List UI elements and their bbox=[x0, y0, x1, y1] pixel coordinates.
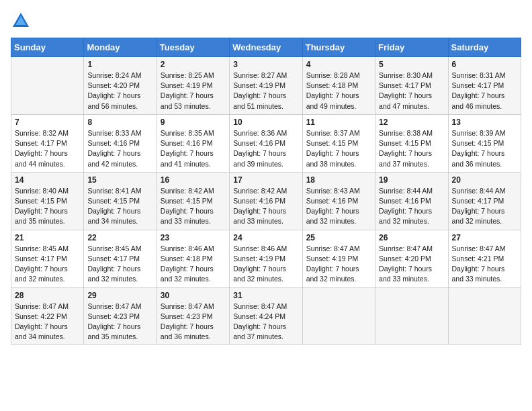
calendar-cell: 18Sunrise: 8:43 AM Sunset: 4:16 PM Dayli… bbox=[302, 172, 375, 230]
week-row-4: 21Sunrise: 8:45 AM Sunset: 4:17 PM Dayli… bbox=[11, 230, 521, 287]
day-number: 13 bbox=[452, 118, 517, 127]
column-header-friday: Friday bbox=[375, 38, 448, 57]
week-row-3: 14Sunrise: 8:40 AM Sunset: 4:15 PM Dayli… bbox=[11, 172, 521, 230]
day-number: 2 bbox=[161, 60, 226, 69]
column-header-wednesday: Wednesday bbox=[230, 38, 302, 57]
day-number: 17 bbox=[233, 175, 298, 185]
day-info: Sunrise: 8:47 AM Sunset: 4:23 PM Dayligh… bbox=[87, 302, 152, 342]
calendar-cell: 25Sunrise: 8:47 AM Sunset: 4:19 PM Dayli… bbox=[302, 230, 375, 287]
day-number: 9 bbox=[161, 118, 226, 127]
day-info: Sunrise: 8:37 AM Sunset: 4:15 PM Dayligh… bbox=[306, 128, 371, 169]
day-info: Sunrise: 8:42 AM Sunset: 4:16 PM Dayligh… bbox=[233, 186, 298, 227]
calendar-cell: 21Sunrise: 8:45 AM Sunset: 4:17 PM Dayli… bbox=[11, 230, 84, 287]
calendar-cell: 19Sunrise: 8:44 AM Sunset: 4:16 PM Dayli… bbox=[375, 172, 448, 230]
calendar-cell: 6Sunrise: 8:31 AM Sunset: 4:17 PM Daylig… bbox=[448, 57, 521, 115]
day-number: 27 bbox=[452, 233, 517, 242]
logo bbox=[11, 11, 34, 31]
column-header-sunday: Sunday bbox=[11, 38, 84, 57]
calendar-cell: 31Sunrise: 8:47 AM Sunset: 4:24 PM Dayli… bbox=[230, 287, 302, 345]
calendar-cell: 3Sunrise: 8:27 AM Sunset: 4:19 PM Daylig… bbox=[230, 57, 302, 115]
day-info: Sunrise: 8:47 AM Sunset: 4:23 PM Dayligh… bbox=[161, 302, 226, 342]
day-info: Sunrise: 8:31 AM Sunset: 4:17 PM Dayligh… bbox=[452, 71, 517, 111]
calendar-cell: 23Sunrise: 8:46 AM Sunset: 4:18 PM Dayli… bbox=[157, 230, 229, 287]
day-info: Sunrise: 8:41 AM Sunset: 4:15 PM Dayligh… bbox=[87, 186, 152, 227]
calendar-cell: 12Sunrise: 8:38 AM Sunset: 4:15 PM Dayli… bbox=[375, 114, 448, 172]
day-number: 26 bbox=[379, 233, 444, 242]
day-number: 1 bbox=[87, 60, 152, 69]
calendar-cell: 20Sunrise: 8:44 AM Sunset: 4:17 PM Dayli… bbox=[448, 172, 521, 230]
calendar-cell: 26Sunrise: 8:47 AM Sunset: 4:20 PM Dayli… bbox=[375, 230, 448, 287]
day-number: 28 bbox=[15, 291, 80, 300]
day-number: 24 bbox=[233, 233, 298, 242]
calendar-header-row: SundayMondayTuesdayWednesdayThursdayFrid… bbox=[11, 38, 521, 57]
column-header-saturday: Saturday bbox=[448, 38, 521, 57]
day-number: 6 bbox=[452, 60, 517, 69]
calendar-cell: 8Sunrise: 8:33 AM Sunset: 4:16 PM Daylig… bbox=[84, 114, 157, 172]
calendar-cell bbox=[448, 287, 521, 345]
calendar-cell: 4Sunrise: 8:28 AM Sunset: 4:18 PM Daylig… bbox=[302, 57, 375, 115]
day-info: Sunrise: 8:46 AM Sunset: 4:19 PM Dayligh… bbox=[233, 244, 298, 285]
day-info: Sunrise: 8:35 AM Sunset: 4:16 PM Dayligh… bbox=[161, 128, 226, 169]
calendar-cell: 13Sunrise: 8:39 AM Sunset: 4:15 PM Dayli… bbox=[448, 114, 521, 172]
day-number: 4 bbox=[306, 60, 371, 69]
week-row-5: 28Sunrise: 8:47 AM Sunset: 4:22 PM Dayli… bbox=[11, 287, 521, 345]
calendar-cell: 28Sunrise: 8:47 AM Sunset: 4:22 PM Dayli… bbox=[11, 287, 84, 345]
day-info: Sunrise: 8:44 AM Sunset: 4:16 PM Dayligh… bbox=[379, 186, 444, 227]
day-info: Sunrise: 8:45 AM Sunset: 4:17 PM Dayligh… bbox=[15, 244, 80, 285]
day-info: Sunrise: 8:25 AM Sunset: 4:19 PM Dayligh… bbox=[161, 71, 226, 111]
day-number: 10 bbox=[233, 118, 298, 127]
calendar-cell: 5Sunrise: 8:30 AM Sunset: 4:17 PM Daylig… bbox=[375, 57, 448, 115]
calendar-cell: 10Sunrise: 8:36 AM Sunset: 4:16 PM Dayli… bbox=[230, 114, 302, 172]
week-row-2: 7Sunrise: 8:32 AM Sunset: 4:17 PM Daylig… bbox=[11, 114, 521, 172]
day-info: Sunrise: 8:40 AM Sunset: 4:15 PM Dayligh… bbox=[15, 186, 80, 227]
day-number: 20 bbox=[452, 175, 517, 185]
calendar-cell: 22Sunrise: 8:45 AM Sunset: 4:17 PM Dayli… bbox=[84, 230, 157, 287]
day-info: Sunrise: 8:45 AM Sunset: 4:17 PM Dayligh… bbox=[87, 244, 152, 285]
day-info: Sunrise: 8:30 AM Sunset: 4:17 PM Dayligh… bbox=[379, 71, 444, 111]
day-info: Sunrise: 8:47 AM Sunset: 4:24 PM Dayligh… bbox=[233, 302, 298, 342]
day-info: Sunrise: 8:27 AM Sunset: 4:19 PM Dayligh… bbox=[233, 71, 298, 111]
calendar-cell bbox=[11, 57, 84, 115]
day-number: 19 bbox=[379, 175, 444, 185]
day-info: Sunrise: 8:42 AM Sunset: 4:15 PM Dayligh… bbox=[161, 186, 226, 227]
week-row-1: 1Sunrise: 8:24 AM Sunset: 4:20 PM Daylig… bbox=[11, 57, 521, 115]
calendar-cell: 27Sunrise: 8:47 AM Sunset: 4:21 PM Dayli… bbox=[448, 230, 521, 287]
day-number: 30 bbox=[161, 291, 226, 300]
day-info: Sunrise: 8:43 AM Sunset: 4:16 PM Dayligh… bbox=[306, 186, 371, 227]
calendar-cell: 15Sunrise: 8:41 AM Sunset: 4:15 PM Dayli… bbox=[84, 172, 157, 230]
calendar-cell: 14Sunrise: 8:40 AM Sunset: 4:15 PM Dayli… bbox=[11, 172, 84, 230]
calendar-table: SundayMondayTuesdayWednesdayThursdayFrid… bbox=[11, 38, 521, 345]
calendar-cell: 24Sunrise: 8:46 AM Sunset: 4:19 PM Dayli… bbox=[230, 230, 302, 287]
day-info: Sunrise: 8:47 AM Sunset: 4:20 PM Dayligh… bbox=[379, 244, 444, 285]
day-number: 23 bbox=[161, 233, 226, 242]
day-info: Sunrise: 8:33 AM Sunset: 4:16 PM Dayligh… bbox=[87, 128, 152, 169]
day-info: Sunrise: 8:24 AM Sunset: 4:20 PM Dayligh… bbox=[87, 71, 152, 111]
logo-icon bbox=[11, 11, 31, 31]
day-number: 3 bbox=[233, 60, 298, 69]
calendar-cell: 30Sunrise: 8:47 AM Sunset: 4:23 PM Dayli… bbox=[157, 287, 229, 345]
day-info: Sunrise: 8:28 AM Sunset: 4:18 PM Dayligh… bbox=[306, 71, 371, 111]
calendar-body: 1Sunrise: 8:24 AM Sunset: 4:20 PM Daylig… bbox=[11, 57, 521, 345]
calendar-cell: 11Sunrise: 8:37 AM Sunset: 4:15 PM Dayli… bbox=[302, 114, 375, 172]
day-number: 25 bbox=[306, 233, 371, 242]
day-number: 16 bbox=[161, 175, 226, 185]
day-number: 31 bbox=[233, 291, 298, 300]
day-info: Sunrise: 8:47 AM Sunset: 4:22 PM Dayligh… bbox=[15, 302, 80, 342]
day-number: 15 bbox=[87, 175, 152, 185]
calendar-cell: 16Sunrise: 8:42 AM Sunset: 4:15 PM Dayli… bbox=[157, 172, 229, 230]
calendar-cell: 9Sunrise: 8:35 AM Sunset: 4:16 PM Daylig… bbox=[157, 114, 229, 172]
column-header-thursday: Thursday bbox=[302, 38, 375, 57]
day-number: 18 bbox=[306, 175, 371, 185]
day-info: Sunrise: 8:47 AM Sunset: 4:19 PM Dayligh… bbox=[306, 244, 371, 285]
calendar-cell: 7Sunrise: 8:32 AM Sunset: 4:17 PM Daylig… bbox=[11, 114, 84, 172]
day-number: 29 bbox=[87, 291, 152, 300]
day-number: 21 bbox=[15, 233, 80, 242]
day-number: 7 bbox=[15, 118, 80, 127]
day-info: Sunrise: 8:44 AM Sunset: 4:17 PM Dayligh… bbox=[452, 186, 517, 227]
day-number: 14 bbox=[15, 175, 80, 185]
day-number: 5 bbox=[379, 60, 444, 69]
calendar-cell bbox=[302, 287, 375, 345]
day-info: Sunrise: 8:47 AM Sunset: 4:21 PM Dayligh… bbox=[452, 244, 517, 285]
column-header-tuesday: Tuesday bbox=[157, 38, 229, 57]
calendar-cell: 1Sunrise: 8:24 AM Sunset: 4:20 PM Daylig… bbox=[84, 57, 157, 115]
